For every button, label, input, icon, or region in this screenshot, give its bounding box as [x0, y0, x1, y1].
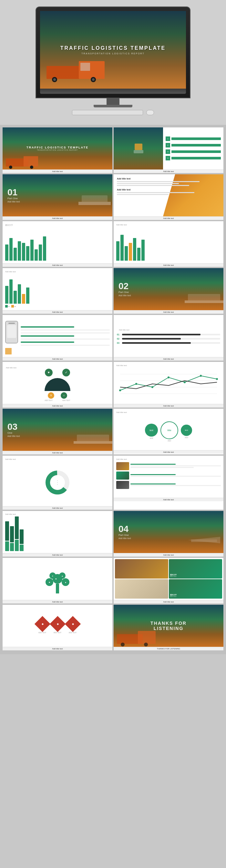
slide-07-content: Add title text ● ●	[3, 268, 112, 310]
slide-10-content: Add title text 01 02 03	[114, 315, 223, 357]
slide-03-content: 01 Part One Add title text	[3, 174, 112, 216]
bar-07-6	[26, 287, 29, 304]
slide-04-content: Add title text Add title text	[114, 174, 223, 216]
s14-label: Add title text	[114, 450, 223, 454]
legend-color-1	[5, 305, 8, 308]
slide-19-content: ✦ ★ ● ♦ ▲	[3, 558, 112, 600]
slide-01[interactable]: TRAFFIC LOGISTICS TEMPLATE TRANSPORTATIO…	[3, 127, 112, 173]
bar-06-1	[116, 241, 119, 261]
truck-icon-s01	[6, 154, 38, 170]
sbar-group-4	[20, 529, 24, 551]
svg-rect-17	[5, 348, 12, 354]
diamond-3: ◆	[65, 616, 80, 631]
slide-12-content: Add title text	[114, 362, 223, 404]
card-text-1	[130, 464, 221, 469]
slide-row-3: 题目文字 Add title text Add title text	[3, 221, 223, 267]
slide-11-content: Add title text ♥ ✓ $ ⌂ ADD TEXT ADD TEXT	[3, 362, 112, 404]
hbar-03: 03	[117, 342, 220, 344]
chart-legend: ● ●	[5, 305, 110, 308]
slide-row-8: Add title text ••• Add title text Add ti…	[3, 456, 223, 510]
plane-bg-18	[185, 527, 223, 553]
card-img-3	[116, 481, 129, 489]
slide-14[interactable]: Add title text text ADD title ADD text A…	[114, 409, 223, 454]
slide-19[interactable]: ✦ ★ ● ♦ ▲ Add title text	[3, 558, 112, 603]
svg-rect-16	[188, 294, 220, 303]
legend-color-2	[11, 305, 14, 308]
phone-container	[5, 317, 18, 354]
svg-rect-14	[82, 195, 108, 205]
bar-9	[39, 245, 42, 261]
slide-13[interactable]: 03 One Add title text Add title text	[3, 409, 112, 454]
slide-12[interactable]: Add title text	[114, 362, 223, 407]
train-bg-icon	[78, 189, 111, 215]
bar-06-5	[133, 238, 136, 261]
slide-20[interactable]: 题目文字 ADD TEXT 题目文字 ADD TEXT Add title te…	[114, 558, 223, 603]
icon-check: ✓	[62, 369, 70, 376]
s13-label: Add title text	[3, 451, 112, 454]
svg-point-28	[216, 378, 218, 380]
list-num-1: 1	[165, 136, 170, 141]
slide-06[interactable]: Add title text Add title text	[114, 221, 223, 267]
slide-11[interactable]: Add title text ♥ ✓ $ ⌂ ADD TEXT ADD TEXT…	[3, 362, 112, 407]
bar-chart-05	[5, 228, 110, 261]
s10-title: Add title text	[117, 328, 220, 332]
card-text-2	[130, 474, 221, 477]
slide-22[interactable]: THANKS FOR LISTENING THANKS FOR LISTENIN…	[114, 605, 223, 650]
slide-02-left	[114, 127, 163, 169]
s12-label: Add title text	[114, 404, 223, 407]
list-bar-4	[172, 157, 221, 159]
slide-07[interactable]: Add title text ● ●	[3, 268, 112, 314]
slide-18-content: 04 Part One Add title text	[114, 511, 223, 553]
bar-5	[22, 243, 25, 261]
collage-2: 题目文字 ADD TEXT	[169, 559, 222, 579]
slide-21[interactable]: ◆ ADD TEXT ◆ ADD TEXT ◆ ADD TEXT	[3, 605, 112, 650]
diamond-2: ◆	[49, 616, 65, 631]
slide-17[interactable]: Add title text	[3, 511, 112, 557]
bar-chart-06	[116, 227, 221, 261]
slide-15[interactable]: Add title text ••• Add title text	[3, 456, 112, 510]
slide-05[interactable]: 题目文字 Add title text	[3, 221, 112, 267]
s21-label: Add title text	[3, 647, 112, 650]
diamond-group-2: ◆ ADD TEXT	[52, 618, 63, 633]
svg-point-9	[9, 165, 12, 169]
slide-16[interactable]: Add title text	[114, 456, 223, 510]
list-item-1: 1	[165, 136, 221, 141]
s02-label: Add title text	[114, 169, 223, 173]
slide-row-7: 03 One Add title text Add title text Add…	[3, 409, 223, 454]
sbar-group-2	[10, 526, 14, 551]
bar-07-4	[18, 284, 21, 304]
keyboard-area	[36, 110, 190, 115]
slide-09[interactable]: Add title text	[3, 315, 112, 361]
slide-02[interactable]: 1 2 3 4 Add t	[114, 127, 223, 173]
svg-text:✦: ✦	[55, 578, 57, 581]
card-text-3	[130, 484, 221, 487]
sbar-group-1	[5, 521, 9, 551]
s18-label: Add title text	[114, 553, 223, 557]
diamond-group-1: ◆ ADD TEXT	[37, 618, 48, 633]
slide-row-9: Add title text	[3, 511, 223, 557]
legend-1: ●	[5, 305, 9, 308]
bubble-label-1: ADD	[145, 437, 158, 439]
svg-rect-8	[24, 156, 38, 166]
bar-1	[5, 245, 8, 261]
monitor-slide-subtitle: TRANSPORTATION LOGISTICS REPORT	[81, 52, 145, 55]
truck-icon-s22	[117, 628, 156, 647]
s10-label: Add title text	[114, 357, 223, 361]
phone-line-4	[21, 335, 74, 337]
bubble-group-1: text ADD	[145, 424, 158, 439]
legend-2: ●	[11, 305, 15, 308]
slide-08[interactable]: 02 Part One Add title text Add title tex…	[114, 268, 223, 314]
slide-20-content: 题目文字 ADD TEXT 题目文字 ADD TEXT	[114, 558, 223, 600]
list-bar-2	[172, 144, 221, 147]
card-img-1	[116, 462, 129, 470]
slide-row-11: ◆ ADD TEXT ◆ ADD TEXT ◆ ADD TEXT	[3, 605, 223, 650]
donut-dots: •••	[57, 479, 58, 486]
svg-point-22	[119, 390, 121, 391]
train-bg-08	[185, 284, 223, 310]
slide-18[interactable]: 04 Part One Add title text Add title tex…	[114, 511, 223, 557]
slide-04[interactable]: Add title text Add title text Add title …	[114, 174, 223, 220]
s15-label: Add title text	[3, 506, 112, 510]
slide-03[interactable]: 01 Part One Add title text Add title tex…	[3, 174, 112, 220]
slide-10[interactable]: Add title text 01 02 03 Add title text	[114, 315, 223, 361]
phone-line-2	[21, 330, 110, 331]
